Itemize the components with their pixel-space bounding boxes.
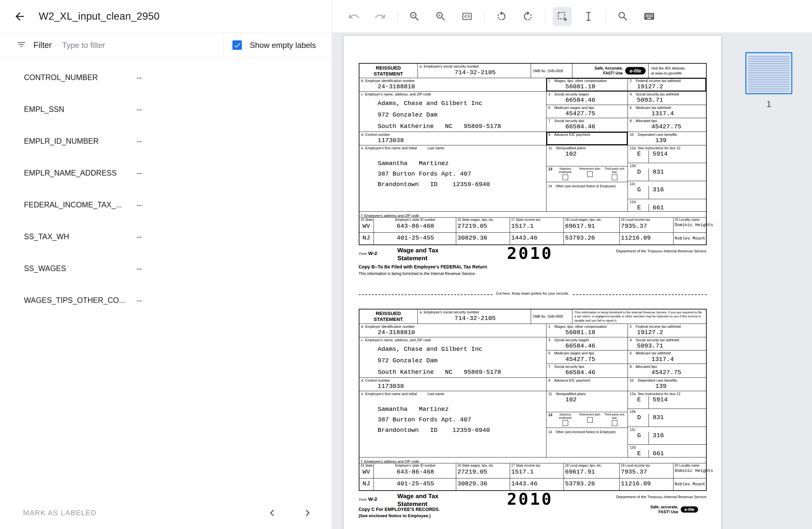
retirement-plan-option: Retirement plan [578,413,601,428]
local-wages-col: 53793.26 [564,479,620,490]
third-party-sick-pay-checkbox[interactable] [612,421,618,426]
box-10-dependent-care: 10 Dependent care benefits 139 [628,132,706,145]
document-canvas[interactable]: REISSUED STATEMENT a Employee's social s… [332,33,732,529]
w2-form-copy: REISSUED STATEMENT a Employee's social s… [359,63,707,295]
employer-line1: Adams, Chase and Gilbert Inc [361,345,546,354]
label-row[interactable]: SS_WAGES -- [0,253,332,284]
reissued-statement: REISSUED STATEMENT [359,309,418,324]
employee-name: Samantha Martinez [361,158,546,169]
label-row[interactable]: EMPLR_ID_NUMBER -- [0,126,332,157]
left-panel: W2_XL_input_clean_2950 Filter Show empty… [0,0,332,529]
locality-2-value: Robles Mount [675,236,706,241]
fit-region-button[interactable] [458,7,477,26]
state-col-15: 15 State WV [359,464,374,478]
control-number-value: 1173038 [361,137,546,144]
employee-address1: 387 Burton Fords Apt. 407 [361,414,546,425]
box-d-label: d Control number [361,378,546,383]
box-7-value: 66584.46 [549,123,627,130]
state-row-1: 15 State WV Employer's state ID number 6… [359,218,706,233]
local-wages-col: 53793.26 [564,233,620,245]
box-f-label: f Employee's address and ZIP code [361,459,419,464]
label-row[interactable]: WAGES_TIPS_OTHER_CO... -- [0,284,332,317]
keyboard-shortcuts-button[interactable] [640,7,659,26]
undo-button[interactable] [344,7,363,26]
reissued-line1: REISSUED [376,65,401,71]
state-2-value: NJ [361,480,374,487]
box-12a-value: 5914 [649,396,668,409]
box-12a-value-row: E 5914 [630,150,706,163]
w2-form: REISSUED STATEMENT a Employee's social s… [359,309,707,491]
mark-as-labeled-button[interactable]: MARK AS LABELED [23,509,97,517]
cut-here-label: Cut here. Keep lower portion for your re… [493,291,572,295]
redo-icon [374,11,386,22]
third-party-sick-pay-checkbox[interactable] [612,175,618,180]
keyboard-icon [643,11,655,22]
box-e-label1: e Employee's first name and initial [361,392,417,396]
box-4-ss-tax: 4 Social security tax withheld 5093.71 [628,91,706,105]
label-value: -- [136,169,142,178]
rotate-right-button[interactable] [518,7,537,26]
add-bounding-box-button[interactable] [553,7,572,26]
box-12c-code: G [630,432,649,444]
box-12d-label: 12d [630,200,706,204]
toolbar [332,0,812,33]
label-row[interactable]: EMPLR_NAME_ADDRESS -- [0,157,332,189]
label-row[interactable]: SS_TAX_WH -- [0,221,332,253]
department-text: Department of the Treasury–Internal Reve… [616,495,707,499]
col-18-label: 18 Local wages, tips, etc. [565,218,619,222]
next-page-button[interactable] [300,506,315,520]
efile-logo: e-file [625,67,645,74]
page-thumbnail-selected[interactable] [745,52,792,94]
show-empty-labels-checkbox[interactable] [232,40,242,50]
col-19-label: 19 Local income tax [621,218,673,222]
footer-safe-line2: FAST! Use [650,510,678,515]
tax-year: 2010 [507,244,553,263]
statutory-employee-option: Statutory employee [554,413,577,428]
statutory-employee-checkbox[interactable] [563,421,568,426]
search-button[interactable] [613,7,633,26]
label-row[interactable]: FEDERAL_INCOME_TAX_... -- [0,189,332,221]
state-col-15: 15 State WV [359,218,374,232]
box-1-2-group: 1 Wages, tips, other compensation 56081.… [547,78,706,91]
state-id-col: 401-25-455 [374,479,456,490]
employee-address2: Brandontown ID 12359-6940 [361,425,546,436]
prev-page-button[interactable] [265,506,279,520]
label-row[interactable]: EMPL_SSN -- [0,93,332,126]
rotate-right-icon [522,11,534,22]
local-wages-col: 18 Local wages, tips, etc. 69617.91 [564,218,620,232]
box-e-labels: e Employee's first name and initial Last… [361,392,546,396]
ssn-value: 714-32-2105 [420,315,531,322]
retirement-plan-checkbox[interactable] [587,171,593,177]
box-5-medicare-wages: 5 Medicare wages and tips 45427.75 [547,105,628,118]
state-col-15: NJ [359,479,374,490]
rotate-left-button[interactable] [492,7,511,26]
box-e-label1: e Employee's first name and initial [361,146,417,150]
filter-input[interactable] [62,41,223,50]
state-wages-1-value: 27219.05 [458,468,510,475]
box-d-control-number: d Control number 1173038 [359,378,547,391]
box-f-label: f Employee's address and ZIP code [361,214,419,218]
employee-address1: 387 Burton Fords Apt. 407 [361,169,546,179]
filter-left: Filter [0,33,223,57]
box-6-medicare-tax: 6 Medicare tax withheld 1317.4 [628,351,706,364]
label-row[interactable]: CONTROL_NUMBER -- [0,62,332,93]
redo-button[interactable] [371,7,390,26]
statutory-employee-checkbox[interactable] [563,175,568,180]
w2-footer: FormW-2 Wage and Tax Statement 2010 Depa… [359,491,707,529]
retirement-plan-checkbox[interactable] [587,417,593,423]
box-2-label: 2 Federal income tax withheld [630,79,706,83]
col-id-label: Employer's state ID number [375,218,456,222]
copy-line-2: This information is being furnished to t… [359,271,476,276]
box-c-employer: c Employer's name, address, and ZIP code… [359,91,547,132]
zoom-in-button[interactable] [431,7,450,26]
title-line2: Statement [397,254,439,262]
boxes-5-6-row: 5 Medicare wages and tips 45427.75 6 Med… [547,105,706,118]
local-tax-col: 19 Local income tax 7935.37 [620,218,673,232]
text-select-button[interactable] [579,7,598,26]
box-14-label: 14 Other (see enclosed Notice to Employe… [549,185,616,188]
label-value: -- [136,201,142,209]
safe-accurate-text: Safe, Accurate, FAST! Use [594,66,623,76]
zoom-out-button[interactable] [405,7,424,26]
back-button[interactable] [12,9,28,24]
box-12b-label: 12b [630,164,706,168]
